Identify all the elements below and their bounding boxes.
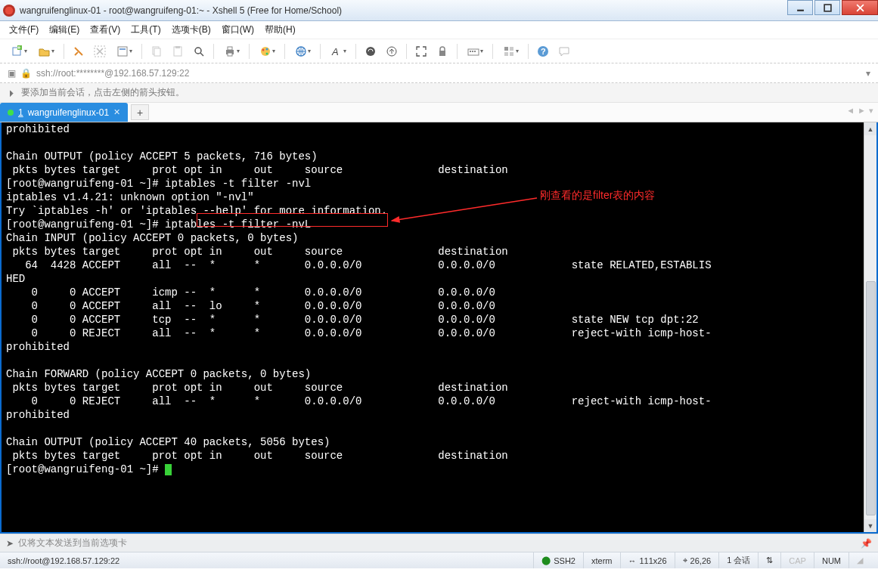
scroll-thumb[interactable] — [866, 281, 876, 515]
tab-strip: 1 wangruifenglinux-01 ✕ + ◄ ► ▾ — [0, 103, 878, 122]
svg-rect-0 — [797, 9, 804, 11]
status-bar: ssh://root@192.168.57.129:22 ⬤SSH2 xterm… — [0, 552, 878, 568]
minimize-button[interactable] — [787, 0, 813, 15]
tab-next-icon[interactable]: ► — [858, 106, 866, 116]
svg-point-18 — [265, 52, 268, 54]
status-num: NUM — [814, 552, 849, 568]
layout-button[interactable]: ▾ — [499, 43, 522, 60]
compose-pin-icon[interactable]: 📌 — [861, 538, 872, 549]
encoding-button[interactable]: ▾ — [291, 43, 314, 60]
maximize-button[interactable] — [814, 0, 840, 15]
svg-rect-30 — [504, 52, 508, 56]
svg-point-16 — [262, 48, 264, 51]
lock-icon: 🔒 — [20, 68, 32, 79]
terminal[interactable]: prohibited Chain OUTPUT (policy ACCEPT 5… — [2, 122, 876, 532]
tab-index: 1 — [18, 107, 23, 118]
status-pos: 26,26 — [690, 556, 712, 565]
xftp-button[interactable] — [383, 43, 400, 60]
address-text[interactable]: ssh://root:********@192.168.57.129:22 — [36, 68, 861, 79]
menu-file[interactable]: 文件(F) — [9, 23, 39, 36]
open-button[interactable]: ▾ — [35, 43, 57, 60]
scroll-up-icon[interactable]: ▲ — [864, 122, 876, 135]
hint-arrow-icon[interactable]: ⏵ — [8, 88, 17, 98]
menu-tabs[interactable]: 选项卡(B) — [172, 23, 211, 36]
cursor-icon — [165, 464, 172, 475]
status-link-icon: ⬤ — [541, 556, 551, 565]
properties-button[interactable]: ▾ — [113, 43, 135, 60]
svg-rect-13 — [228, 47, 232, 50]
disconnect-button[interactable] — [92, 43, 108, 60]
svg-rect-31 — [510, 52, 513, 56]
close-button[interactable] — [842, 0, 878, 15]
svg-rect-27 — [474, 51, 476, 52]
hint-text: 要添加当前会话，点击左侧的箭头按钮。 — [21, 86, 185, 99]
add-tab-button[interactable]: + — [131, 104, 149, 120]
svg-rect-5 — [118, 47, 127, 56]
find-button[interactable] — [191, 43, 207, 60]
address-new-icon[interactable]: ▣ — [8, 68, 16, 79]
session-tab[interactable]: 1 wangruifenglinux-01 ✕ — [0, 103, 128, 122]
color-scheme-button[interactable]: ▾ — [256, 43, 278, 60]
svg-point-15 — [261, 47, 270, 56]
help-button[interactable]: ? — [535, 43, 551, 60]
fullscreen-button[interactable] — [413, 43, 430, 60]
status-session: 1 会话 — [718, 552, 758, 568]
svg-rect-1 — [824, 5, 831, 11]
status-term: xterm — [583, 552, 620, 568]
status-grip-icon[interactable]: ◢ — [849, 552, 870, 568]
window-titlebar: wangruifenglinux-01 - root@wangruifeng-0… — [0, 0, 878, 21]
svg-rect-8 — [154, 48, 160, 56]
status-connection: ssh://root@192.168.57.129:22 — [8, 556, 533, 565]
svg-rect-6 — [119, 48, 126, 50]
lock-button[interactable] — [434, 43, 451, 60]
tab-prev-icon[interactable]: ◄ — [846, 106, 855, 116]
status-dot-icon — [8, 110, 14, 116]
reconnect-button[interactable] — [70, 43, 87, 60]
svg-point-17 — [265, 48, 268, 50]
status-pos-icon: ⌖ — [683, 556, 687, 565]
hint-bar: ⏵ 要添加当前会话，点击左侧的箭头按钮。 — [0, 83, 878, 103]
menu-window[interactable]: 窗口(W) — [222, 23, 254, 36]
svg-rect-23 — [439, 51, 445, 56]
compose-send-icon[interactable]: ➤ — [6, 538, 14, 549]
compose-placeholder[interactable]: 仅将文本发送到当前选项卡 — [18, 537, 856, 549]
feedback-button[interactable] — [556, 43, 572, 60]
svg-rect-28 — [504, 47, 508, 51]
scrollbar[interactable]: ▲ ▼ — [864, 122, 876, 532]
window-title: wangruifenglinux-01 - root@wangruifeng-0… — [20, 5, 342, 16]
font-button[interactable]: A▾ — [327, 43, 349, 60]
address-bar: ▣ 🔒 ssh://root:********@192.168.57.129:2… — [0, 63, 878, 83]
keyboard-button[interactable]: ▾ — [464, 43, 486, 60]
status-arrows-icon: ⇅ — [766, 556, 773, 565]
toolbar: ▾ ▾ ▾ ▾ ▾ ▾ A▾ ▾ ▾ ? — [0, 39, 878, 63]
scroll-down-icon[interactable]: ▼ — [864, 519, 876, 532]
tab-close-icon[interactable]: ✕ — [113, 107, 120, 117]
svg-text:?: ? — [541, 47, 546, 56]
terminal-panel: prohibited Chain OUTPUT (policy ACCEPT 5… — [0, 122, 878, 534]
paste-button[interactable] — [169, 43, 186, 60]
menu-tools[interactable]: 工具(T) — [131, 23, 160, 36]
svg-text:A: A — [331, 46, 339, 57]
svg-rect-26 — [472, 51, 473, 52]
tab-label: wangruifenglinux-01 — [28, 107, 109, 118]
menu-help[interactable]: 帮助(H) — [265, 23, 296, 36]
compose-bar: ➤ 仅将文本发送到当前选项卡 📌 — [0, 534, 878, 552]
svg-rect-29 — [510, 47, 513, 51]
svg-rect-10 — [175, 46, 180, 48]
svg-point-11 — [195, 48, 201, 54]
menu-bar: 文件(F) 编辑(E) 查看(V) 工具(T) 选项卡(B) 窗口(W) 帮助(… — [0, 21, 878, 39]
xagent-button[interactable] — [362, 43, 379, 60]
new-session-button[interactable]: ▾ — [8, 43, 30, 60]
app-icon — [3, 5, 15, 17]
status-size: 111x26 — [640, 556, 667, 565]
menu-view[interactable]: 查看(V) — [90, 23, 120, 36]
svg-rect-14 — [228, 53, 232, 56]
tab-list-icon[interactable]: ▾ — [869, 106, 873, 116]
status-ssh: SSH2 — [554, 556, 576, 565]
print-button[interactable]: ▾ — [220, 43, 243, 60]
svg-point-21 — [366, 47, 375, 56]
status-cap: CAP — [780, 552, 814, 568]
copy-button[interactable] — [148, 43, 165, 60]
menu-edit[interactable]: 编辑(E) — [49, 23, 79, 36]
address-dropdown-icon[interactable]: ▾ — [866, 68, 870, 79]
